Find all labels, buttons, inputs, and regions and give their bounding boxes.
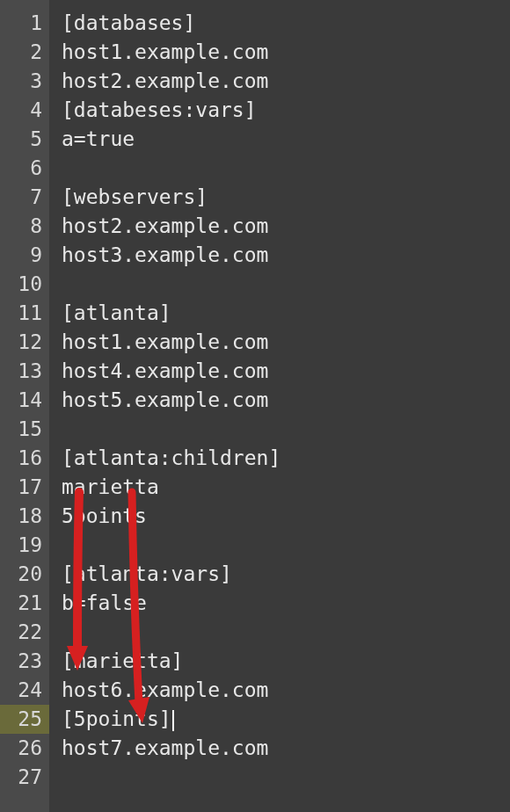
line-number: 18 <box>7 502 42 531</box>
line-number: 24 <box>7 676 42 705</box>
code-line[interactable]: [atlanta:vars] <box>62 560 510 589</box>
code-line[interactable]: [marietta] <box>62 647 510 676</box>
line-number: 5 <box>7 125 42 154</box>
code-line[interactable]: host3.example.com <box>62 241 510 270</box>
code-line[interactable]: [atlanta:children] <box>62 444 510 473</box>
code-line[interactable] <box>62 531 510 560</box>
line-number: 11 <box>7 299 42 328</box>
code-line[interactable]: [databeses:vars] <box>62 96 510 125</box>
code-line[interactable]: [atlanta] <box>62 299 510 328</box>
line-number: 27 <box>7 763 42 792</box>
line-number: 19 <box>7 531 42 560</box>
code-line[interactable]: b=false <box>62 589 510 618</box>
code-line[interactable]: host7.example.com <box>62 734 510 763</box>
line-number: 13 <box>7 357 42 386</box>
code-line[interactable]: host2.example.com <box>62 212 510 241</box>
line-number: 12 <box>7 328 42 357</box>
code-line[interactable]: host1.example.com <box>62 38 510 67</box>
line-number: 8 <box>7 212 42 241</box>
line-number: 7 <box>7 183 42 212</box>
code-line[interactable] <box>62 270 510 299</box>
code-line[interactable] <box>62 154 510 183</box>
code-line[interactable]: host2.example.com <box>62 67 510 96</box>
line-number-gutter: 1234567891011121314151617181920212223242… <box>0 0 49 812</box>
line-number: 26 <box>7 734 42 763</box>
code-line[interactable]: host5.example.com <box>62 386 510 415</box>
text-cursor <box>172 710 174 731</box>
code-line[interactable]: [webservers] <box>62 183 510 212</box>
code-line[interactable]: host4.example.com <box>62 357 510 386</box>
line-number: 22 <box>7 618 42 647</box>
line-number: 4 <box>7 96 42 125</box>
code-editor[interactable]: 1234567891011121314151617181920212223242… <box>0 0 510 812</box>
code-area[interactable]: [databases]host1.example.comhost2.exampl… <box>49 0 510 812</box>
code-line[interactable]: host1.example.com <box>62 328 510 357</box>
line-number: 23 <box>7 647 42 676</box>
code-line[interactable]: 5points <box>62 502 510 531</box>
code-line[interactable]: [5points] <box>62 705 510 734</box>
line-number: 6 <box>7 154 42 183</box>
code-line[interactable] <box>62 415 510 444</box>
code-line[interactable]: host6.example.com <box>62 676 510 705</box>
line-number: 20 <box>7 560 42 589</box>
code-line[interactable]: [databases] <box>62 9 510 38</box>
line-number: 16 <box>7 444 42 473</box>
code-line[interactable] <box>62 618 510 647</box>
line-number: 25 <box>0 705 49 734</box>
line-number: 14 <box>7 386 42 415</box>
line-number: 17 <box>7 473 42 502</box>
code-line[interactable]: a=true <box>62 125 510 154</box>
line-number: 3 <box>7 67 42 96</box>
code-line[interactable]: marietta <box>62 473 510 502</box>
code-line[interactable] <box>62 763 510 792</box>
line-number: 9 <box>7 241 42 270</box>
line-number: 10 <box>7 270 42 299</box>
line-number: 2 <box>7 38 42 67</box>
line-number: 21 <box>7 589 42 618</box>
line-number: 15 <box>7 415 42 444</box>
line-number: 1 <box>7 9 42 38</box>
